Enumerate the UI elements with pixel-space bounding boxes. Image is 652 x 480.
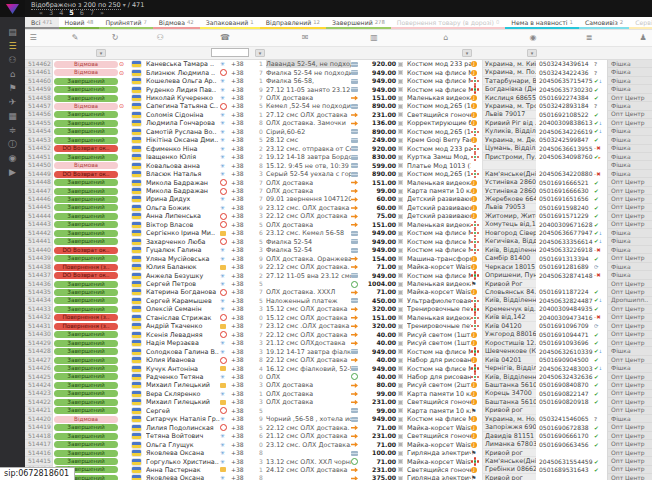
order-row[interactable]: 514456ЗавершенийСоломія Сідоніна✳+38127.… [25,111,652,119]
orders-list-icon[interactable]: ☰ [29,33,36,42]
manager-source: Опт Центр [607,398,652,406]
address-filter-dropdown[interactable]: ▾ [527,49,537,57]
product-filter-dropdown[interactable]: ▾ [462,49,472,57]
order-row[interactable]: 514429ЗавершенийНадія Мерзаєва✳+38321.12… [25,339,652,347]
page-6[interactable]: 6 [80,9,84,17]
order-row[interactable]: 514451ЗавершенийІващенко Юлія✳+38219.12 … [25,153,652,161]
order-row[interactable]: 514452DO Возврат ок..Єфименко Ніна✳+3822… [25,145,652,153]
dashboard-icon[interactable]: ▤ [0,25,25,39]
order-row[interactable]: 514453ЗавершенийНікітіна Оксана Дми..✳+3… [25,136,652,144]
order-row[interactable]: 514437DO Возврат ок..Анжела Безушку✳+382… [25,271,652,279]
order-row[interactable]: 514447ЗавершенийМикола Бадражан+387ОЛХ д… [25,187,652,195]
tab-Відмова[interactable]: Відмова42 [153,17,200,29]
tags-icon[interactable]: ⚑ [0,81,25,95]
web-icon[interactable]: ◉ [0,151,25,165]
order-row[interactable]: 514445ЗавершенийОльга Божик✳+38923.12 см… [25,204,652,212]
order-row[interactable]: 514436ЗавершенийСергей Петров✳+3851004.0… [25,280,652,288]
page-5[interactable]: 5 [69,9,74,17]
order-row[interactable]: 514461Відмова⊙Близнюк Людмила ..+387Фиал… [25,68,652,76]
comments-icon[interactable]: ✉ [302,33,309,42]
last-page-icon[interactable]: » [100,9,104,17]
page-7[interactable]: 7 [90,9,94,17]
order-row[interactable]: 514443ЗавершенийВіктор Власов+385ОЛХ дос… [25,221,652,229]
tab-Відправлений[interactable]: Відправлений12 [260,17,326,29]
mailing-icon[interactable]: ✈ [0,95,25,109]
phone-filter-input[interactable] [211,48,249,57]
order-row[interactable]: 514431Повернення (з..Андрій Ткаченко+387… [25,322,652,330]
order-row[interactable]: 514414ЗавершенийАнна Пастернак+38124.12 … [25,466,652,474]
order-row[interactable]: 514428ЗавершенийСолодкова Галина В..✳+38… [25,347,652,355]
order-row[interactable]: 514459ЗавершенийРуденко Лидия Пав..✳+389… [25,85,652,93]
delivery-address: Баштанка 56101 [482,398,536,406]
payment-icon[interactable]: ▥ [370,33,378,42]
status-filter-dropdown[interactable]: ▾ [96,49,106,57]
customer-phone: +38 [231,381,256,389]
order-row[interactable]: 514435ЗавершенийКатерина Богданова+387ОЛ… [25,288,652,296]
clients-icon[interactable]: ⚇ [156,33,163,42]
order-row[interactable]: 514426ЗавершенийКучук Антоніна+38416.12 … [25,364,652,372]
call-status-icon[interactable]: ↻ [112,33,119,42]
order-row[interactable]: 514460ЗавершенийКошелева Ольга Ар..✳+381… [25,77,652,85]
order-row[interactable]: 514441ЗавершенийЗахарченко Люба+385Фиалк… [25,238,652,246]
order-row[interactable]: 514457Відмова⊙Сапегина Татьяна С..+385Ке… [25,102,652,110]
page-4[interactable]: 4 [59,9,63,17]
tab-Прийнятий[interactable]: Прийнятий7 [99,17,152,29]
order-row[interactable]: 514418ЗавершенийТетяна Войтович✳+38621.1… [25,432,652,440]
order-row[interactable]: 514454ЗавершенийСамотій Руслана Во..✳+38… [25,128,652,136]
order-row[interactable]: 514420ВідмоваСитарчук Наталія Гр..✳+389Ч… [25,415,652,423]
order-row[interactable]: 514425ЗавершенийРадченко Тетяна✳+380ОЛХ4… [25,373,652,381]
video-icon[interactable]: ▶ [0,165,25,179]
order-row[interactable]: 514432Повернення (з..Станіслав Стрижак+3… [25,314,652,322]
settings-icon[interactable]: ≑ [0,123,25,137]
order-row[interactable]: 514450ВідмоваКовальова анна✳+38815.12. 9… [25,161,652,169]
address-icon[interactable]: ◉ [530,33,537,42]
sip-status[interactable]: sip:0672818601 [0,467,75,480]
tab-Сервіси[interactable]: Сервіси0 [629,17,652,29]
order-row[interactable]: 514427ЗавершенийЮлия Иванова+38822.12 см… [25,356,652,364]
order-row[interactable]: 514449DO Возврат ок..Власюк Наталья✳+383… [25,170,652,178]
order-row[interactable]: 514434ЗавершенийСергей Карамышев✳+385Нал… [25,297,652,305]
order-row[interactable]: 514438Повернення (з..Юлия Баланюк+38922.… [25,263,652,271]
phone-filter-dropdown[interactable]: ▾ [255,49,265,57]
tab-Завершений[interactable]: Завершений278 [326,17,391,29]
order-row[interactable]: 514413ЗавершенийЯковлева Оксана✳+388375.… [25,474,652,480]
order-row[interactable]: 514421ЗавершенийСергей+38599.00Карта пам… [25,407,652,415]
statistics-icon[interactable]: ▦ [0,109,25,123]
order-row[interactable]: 514448ЗавершенийМикола Бадражан+387ОЛХ д… [25,178,652,186]
phone-icon[interactable]: ☎ [220,33,230,42]
order-row[interactable]: 514416ЗавершенийЯковлева Оксана✳+388100.… [25,449,652,457]
order-row[interactable]: 514455ЗавершенийЛюдмила Гончарова✳+388ОЛ… [25,119,652,127]
company-icon[interactable]: ⌂ [0,67,25,81]
order-row[interactable]: 514439ЗавершенийУляна Мусійовська✳+389ОЛ… [25,254,652,262]
orders-icon[interactable]: ☰ [0,39,25,53]
order-row[interactable]: 514433ЗавершенийОлексій Семанін✳+38315.1… [25,305,652,313]
tab-Нема в наявності[interactable]: Нема в наявності1 [505,17,579,29]
tab-Новий[interactable]: Новий48 [59,17,100,29]
order-row[interactable]: 514417ЗавершенийОльга Глущук✳+38023.12 с… [25,440,652,448]
order-row[interactable]: 514462Відмова⊙Каневська Тамара ..✳+381Ла… [25,60,652,68]
order-row[interactable]: 514458ЗавершенийНиколай Кучеренко✳+387ОЛ… [25,94,652,102]
tab-Самовивіз[interactable]: Самовивіз2 [579,17,629,29]
app-logo[interactable] [0,0,25,17]
clients-icon[interactable]: ⚇ [0,53,25,67]
order-row[interactable]: 514419ЗавершенийЛилия Подолинская+38522.… [25,423,652,431]
order-row[interactable]: 514444ЗавершенийАнна Липенська+38322.12 … [25,212,652,220]
first-page-icon[interactable]: « [39,9,43,17]
info-icon[interactable]: ⓘ [0,137,25,151]
tab-Всі[interactable]: Всі471 [25,17,59,29]
order-row[interactable]: 514446ЗавершенийИрина Дидух✳+38709.01 зв… [25,195,652,203]
order-row[interactable]: 514442ЗавершенийСергієнко Ірина Ми..+386… [25,229,652,237]
order-row[interactable]: 514415ЗавершенийГоргулько Христина..✳+38… [25,457,652,465]
tracking-icon[interactable]: ≣ [586,33,593,42]
products-icon[interactable]: ⌂ [443,33,448,42]
order-row[interactable]: 514430ЗавершенийКсенія Левадняя+38722.12… [25,331,652,339]
order-row[interactable]: 514422ЗавершенийМихаил Гилецький+383ОЛХ … [25,398,652,406]
order-row[interactable]: 514424ЗавершенийМихаил Гилецький+383ОЛХ … [25,381,652,389]
edit-icon[interactable]: ✎ [72,33,79,42]
order-row[interactable]: 514440DO Возврат ок..Гуцалюк Галина✳+383… [25,246,652,254]
tab-Запакований[interactable]: Запакований1 [200,17,260,29]
manager-icon[interactable]: ♟ [639,33,646,42]
order-row[interactable]: 514423ЗавершенийВера Скляренко✳+381ОЛХ д… [25,390,652,398]
tab-Повернення товару (в дорозі)[interactable]: Повернення товару (в дорозі)0 [391,17,505,29]
page-3[interactable]: 3 [49,9,53,17]
